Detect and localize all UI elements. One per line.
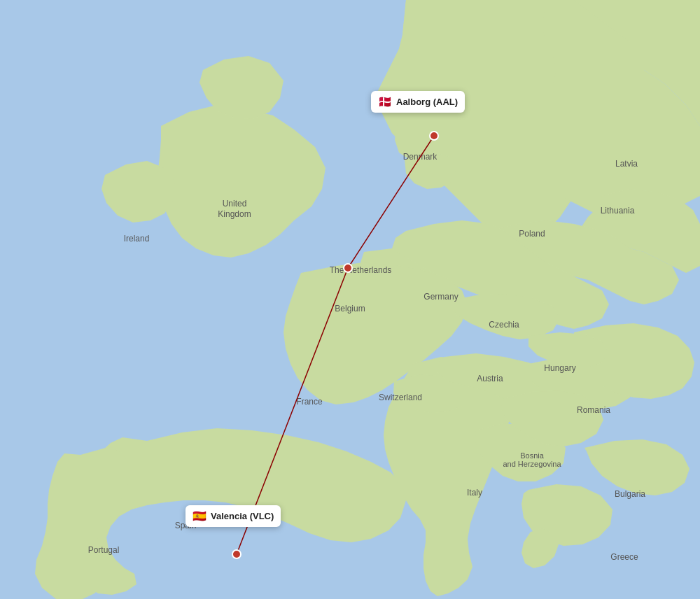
country-label-lithuania: Lithuania	[601, 206, 635, 216]
country-label-latvia: Latvia	[615, 159, 638, 169]
airport-dot-valencia	[232, 550, 241, 558]
country-label-uk2: Kingdom	[218, 209, 251, 219]
country-label-bosnia2: and Herzegovina	[503, 460, 561, 468]
map-container: Ireland United Kingdom Denmark The Nethe…	[0, 0, 700, 599]
country-label-italy: Italy	[467, 488, 482, 498]
valencia-flag: 🇪🇸	[192, 509, 206, 523]
airport-dot-aalborg	[430, 132, 438, 140]
aalborg-name: Aalborg (AAL)	[396, 97, 458, 107]
country-label-portugal: Portugal	[88, 545, 120, 555]
valencia-label: 🇪🇸 Valencia (VLC)	[186, 505, 281, 527]
country-label-romania: Romania	[577, 405, 610, 415]
airport-dot-amsterdam	[344, 264, 352, 272]
country-label-uk: United	[223, 199, 247, 209]
country-label-belgium: Belgium	[335, 304, 365, 313]
country-label-czechia: Czechia	[489, 320, 519, 330]
country-label-poland: Poland	[519, 229, 545, 239]
map-svg: Ireland United Kingdom Denmark The Nethe…	[0, 0, 700, 599]
country-label-netherlands: The Netherlands	[330, 265, 392, 275]
country-label-germany: Germany	[424, 292, 458, 302]
aalborg-flag: 🇩🇰	[378, 95, 392, 108]
aalborg-label: 🇩🇰 Aalborg (AAL)	[371, 91, 465, 113]
country-label-greece: Greece	[610, 552, 638, 562]
country-label-ireland: Ireland	[124, 234, 150, 244]
country-label-france: France	[296, 397, 323, 407]
country-label-austria: Austria	[477, 374, 503, 383]
valencia-name: Valencia (VLC)	[211, 511, 274, 521]
country-label-hungary: Hungary	[544, 363, 575, 373]
country-label-bosnia: Bosnia	[520, 451, 545, 460]
country-label-bulgaria: Bulgaria	[615, 489, 645, 499]
country-label-switzerland: Switzerland	[379, 393, 422, 402]
